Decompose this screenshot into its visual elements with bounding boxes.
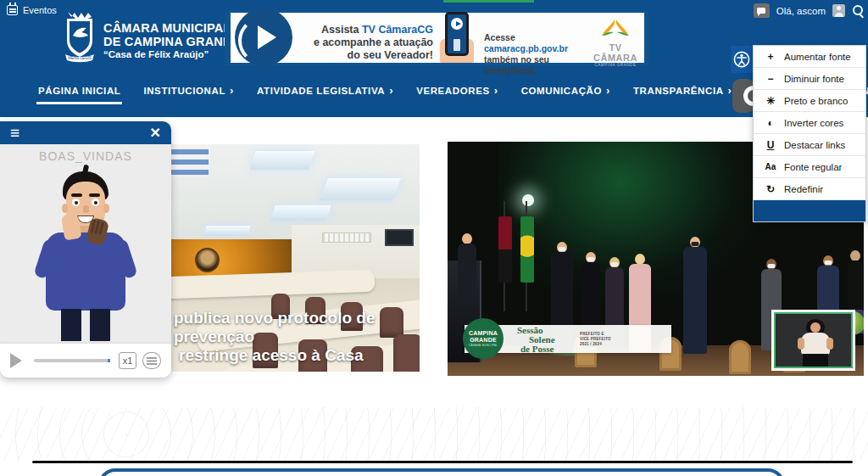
menu-label: Fonte regular — [784, 162, 842, 172]
speed-button[interactable]: x1 — [119, 352, 136, 369]
nav-vereadores[interactable]: VEREADORES› — [416, 85, 498, 96]
vlibras-avatar — [22, 171, 149, 341]
brazil-flag — [520, 216, 534, 283]
reset-icon: ↻ — [765, 183, 776, 195]
org-sub: CÂMARA MUNICIPAL — [469, 344, 498, 347]
nav-pagina-inicial[interactable]: PÁGINA INICIAL — [38, 86, 120, 96]
play-icon[interactable] — [10, 353, 22, 368]
chat-icon — [757, 8, 765, 14]
vlibras-progress-bar[interactable] — [34, 359, 110, 362]
top-progress-strip — [443, 0, 534, 3]
acesse-prefix: Acesse — [484, 32, 515, 42]
interpreter-pants — [803, 354, 828, 368]
tv-logo-subtitle: CAMPINA GRANDE — [589, 63, 642, 67]
banner-slogan-line3: do seu Vereador! — [348, 49, 433, 61]
banner-slogan-prefix: Assista — [321, 24, 362, 36]
section-divider — [32, 461, 853, 463]
avatar-leg — [61, 309, 81, 341]
menu-item-inverter-cores[interactable]: ◐Inverter cores — [754, 112, 865, 134]
paraiba-flag — [498, 216, 512, 283]
avatar-eye — [92, 199, 99, 206]
org-line2: GRANDE — [470, 337, 497, 344]
headline-line2: restringe acesso à Casa — [179, 346, 420, 365]
avatar-torso — [46, 232, 125, 311]
nav-label: ATIVIDADE LEGISLATIVA — [257, 86, 385, 96]
user-area: Olá, ascom — [754, 3, 865, 18]
coat-of-arms-icon: MENS LEGIS — [63, 10, 97, 64]
ceiling-light — [204, 226, 251, 236]
tv-camara-banner[interactable]: Assista TV CâmaraCG e acompanhe a atuaçã… — [225, 10, 648, 65]
floating-widget-button[interactable] — [732, 79, 754, 113]
chevron-right-icon: › — [230, 85, 234, 96]
nav-atividade-legislativa[interactable]: ATIVIDADE LEGISLATIVA› — [257, 85, 393, 96]
banner-slogan: Assista TV CâmaraCG e acompanhe a atuaçã… — [308, 24, 433, 61]
search-icon[interactable] — [852, 4, 865, 17]
nav-comunicacao[interactable]: COMUNICAÇÃO› — [521, 85, 610, 96]
menu-item-selected[interactable] — [754, 200, 865, 221]
site-logo[interactable]: MENS LEGIS CÂMARA MUNICIPAL DE CAMPINA G… — [63, 10, 241, 64]
close-icon[interactable]: ✕ — [150, 125, 161, 141]
page: Eventos Olá, ascom MENS LEGIS CÂMARA MUN… — [0, 0, 868, 476]
menu-item-fonte-regular[interactable]: AaFonte regular — [754, 156, 865, 178]
acesse-url: camaracg.pb.gov.br — [484, 43, 568, 53]
avatar-nose — [83, 205, 89, 213]
accessibility-icon — [733, 51, 750, 68]
tv-camara-logo: TV CÂMARA CAMPINA GRANDE — [589, 19, 642, 67]
menu-label: Diminuir fonte — [784, 74, 844, 84]
wall-portrait — [195, 248, 220, 272]
nav-transparencia[interactable]: TRANSPARÊNCIA› — [633, 85, 732, 96]
menu-item-diminuir-fonte[interactable]: −Diminuir fonte — [754, 68, 865, 90]
interpreter-top — [801, 333, 830, 355]
logo-text: CÂMARA MUNICIPAL DE CAMPINA GRANDE “Casa… — [103, 10, 241, 59]
logo-line1: CÂMARA MUNICIPAL — [103, 22, 241, 36]
speaker-at-podium — [458, 233, 476, 301]
menu-label: Inverter cores — [784, 118, 843, 128]
accessibility-button[interactable] — [731, 46, 753, 73]
nav-label: VEREADORES — [416, 86, 490, 96]
menu-icon[interactable]: ≡ — [10, 125, 19, 141]
chat-button[interactable] — [754, 3, 770, 18]
vlibras-widget: ≡ ✕ BOAS_VINDAS — [0, 121, 171, 378]
font-icon: Aa — [765, 162, 776, 171]
radio-player: Tocando Agora: Rádio CâmaraCG - CAETANO … — [0, 407, 868, 461]
chevron-right-icon: › — [389, 85, 393, 96]
menu-item-redefinir[interactable]: ↻Redefinir — [754, 178, 865, 200]
person — [683, 237, 707, 354]
nav-label: TRANSPARÊNCIA — [633, 86, 724, 96]
video-caption-title: Sessão Solene de Posse — [517, 326, 555, 354]
svg-text:MENS LEGIS: MENS LEGIS — [68, 56, 92, 60]
plus-icon: + — [765, 51, 776, 63]
user-avatar[interactable] — [832, 4, 845, 17]
avatar-leg — [90, 309, 110, 341]
phone-logo — [453, 39, 460, 51]
acesse-line2: também no seu smartphone. — [484, 54, 549, 76]
headline-line1: publica novo protocolo de prevenção — [174, 309, 420, 346]
news-headline: publica novo protocolo de prevenção rest… — [174, 309, 420, 365]
nav-label: COMUNICAÇÃO — [521, 86, 602, 96]
events-label: Eventos — [23, 5, 57, 15]
avatar-eye — [72, 199, 80, 206]
user-greeting: Olá, ascom — [776, 6, 826, 16]
sign-language-inset — [771, 310, 855, 371]
tv-logo-title: TV CÂMARA — [589, 42, 642, 63]
menu-item-destacar-links[interactable]: UDestacar links — [754, 134, 865, 156]
caption-sub-line2: VICE PREFEITO — [580, 337, 611, 342]
menu-item-preto-e-branco[interactable]: ✳Preto e branco — [754, 90, 865, 112]
accessibility-menu: +Aumentar fonte −Diminuir fonte ✳Preto e… — [753, 45, 866, 222]
stage-chair — [729, 340, 751, 374]
nav-institucional[interactable]: INSTITUCIONAL› — [143, 85, 234, 96]
air-conditioner — [322, 232, 371, 243]
menu-item-aumentar-fonte[interactable]: +Aumentar fonte — [754, 46, 865, 68]
wall-tv — [385, 229, 414, 246]
interpreter-arm — [798, 338, 804, 350]
chevron-right-icon: › — [606, 85, 610, 96]
banner-brand: TV CâmaraCG — [362, 24, 433, 36]
caption-sub-line3: 2021 / 2024 — [580, 342, 611, 347]
news-article-image[interactable]: publica novo protocolo de prevenção rest… — [171, 144, 420, 372]
vlibras-gloss-text: BOAS_VINDAS — [0, 149, 171, 163]
subtitles-icon[interactable] — [142, 352, 161, 369]
events-link[interactable]: Eventos — [7, 5, 57, 15]
balcony-seats — [171, 144, 209, 176]
minus-icon: − — [765, 73, 776, 85]
org-line1: CAMPINA — [469, 330, 498, 337]
